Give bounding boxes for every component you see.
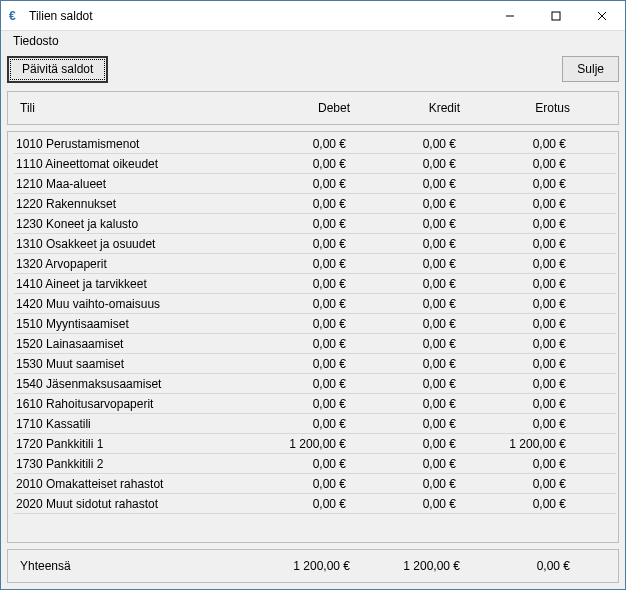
cell-account: 1410 Aineet ja tarvikkeet [14, 277, 244, 291]
cell-diff: 0,00 € [464, 397, 574, 411]
close-button[interactable] [579, 1, 625, 31]
table-row[interactable]: 1320 Arvopaperit0,00 €0,00 €0,00 € [14, 254, 616, 274]
cell-account: 1230 Koneet ja kalusto [14, 217, 244, 231]
table-row[interactable]: 1210 Maa-alueet0,00 €0,00 €0,00 € [14, 174, 616, 194]
cell-credit: 0,00 € [354, 317, 464, 331]
cell-debit: 0,00 € [244, 357, 354, 371]
cell-diff: 0,00 € [464, 257, 574, 271]
cell-diff: 0,00 € [464, 197, 574, 211]
maximize-button[interactable] [533, 1, 579, 31]
table-row[interactable]: 1530 Muut saamiset0,00 €0,00 €0,00 € [14, 354, 616, 374]
cell-debit: 0,00 € [244, 477, 354, 491]
table-row[interactable]: 2020 Muut sidotut rahastot0,00 €0,00 €0,… [14, 494, 616, 514]
cell-credit: 0,00 € [354, 157, 464, 171]
cell-diff: 0,00 € [464, 177, 574, 191]
cell-credit: 0,00 € [354, 297, 464, 311]
cell-account: 1420 Muu vaihto-omaisuus [14, 297, 244, 311]
table-row[interactable]: 1420 Muu vaihto-omaisuus0,00 €0,00 €0,00… [14, 294, 616, 314]
col-debit: Debet [248, 101, 358, 115]
cell-account: 1530 Muut saamiset [14, 357, 244, 371]
table-row[interactable]: 1220 Rakennukset0,00 €0,00 €0,00 € [14, 194, 616, 214]
table-row[interactable]: 1110 Aineettomat oikeudet0,00 €0,00 €0,0… [14, 154, 616, 174]
table-row[interactable]: 1510 Myyntisaamiset0,00 €0,00 €0,00 € [14, 314, 616, 334]
cell-diff: 0,00 € [464, 297, 574, 311]
table-row[interactable]: 1230 Koneet ja kalusto0,00 €0,00 €0,00 € [14, 214, 616, 234]
minimize-button[interactable] [487, 1, 533, 31]
cell-account: 1540 Jäsenmaksusaamiset [14, 377, 244, 391]
toolbar: Päivitä saldot Sulje [1, 51, 625, 87]
cell-debit: 1 200,00 € [244, 437, 354, 451]
table-row[interactable]: 1310 Osakkeet ja osuudet0,00 €0,00 €0,00… [14, 234, 616, 254]
cell-diff: 0,00 € [464, 377, 574, 391]
cell-debit: 0,00 € [244, 397, 354, 411]
cell-debit: 0,00 € [244, 217, 354, 231]
cell-diff: 0,00 € [464, 457, 574, 471]
close-dialog-button[interactable]: Sulje [562, 56, 619, 82]
rows-panel: 1010 Perustamismenot0,00 €0,00 €0,00 €11… [7, 131, 619, 543]
cell-debit: 0,00 € [244, 157, 354, 171]
cell-account: 1520 Lainasaamiset [14, 337, 244, 351]
table-row[interactable]: 1410 Aineet ja tarvikkeet0,00 €0,00 €0,0… [14, 274, 616, 294]
cell-debit: 0,00 € [244, 497, 354, 511]
table-row[interactable]: 1010 Perustamismenot0,00 €0,00 €0,00 € [14, 134, 616, 154]
cell-credit: 0,00 € [354, 397, 464, 411]
table-row[interactable]: 1720 Pankkitili 11 200,00 €0,00 €1 200,0… [14, 434, 616, 454]
window: € Tilien saldot Tiedosto Päivitä saldot … [0, 0, 626, 590]
cell-diff: 0,00 € [464, 237, 574, 251]
cell-debit: 0,00 € [244, 417, 354, 431]
total-debit: 1 200,00 € [248, 559, 358, 573]
cell-diff: 0,00 € [464, 337, 574, 351]
menubar: Tiedosto [1, 31, 625, 51]
window-title: Tilien saldot [29, 9, 487, 23]
cell-diff: 0,00 € [464, 137, 574, 151]
cell-account: 1110 Aineettomat oikeudet [14, 157, 244, 171]
col-credit: Kredit [358, 101, 468, 115]
total-panel: Yhteensä 1 200,00 € 1 200,00 € 0,00 € [7, 549, 619, 583]
total-credit: 1 200,00 € [358, 559, 468, 573]
cell-account: 1010 Perustamismenot [14, 137, 244, 151]
col-diff: Erotus [468, 101, 578, 115]
cell-credit: 0,00 € [354, 337, 464, 351]
cell-credit: 0,00 € [354, 497, 464, 511]
euro-icon: € [7, 8, 23, 24]
titlebar: € Tilien saldot [1, 1, 625, 31]
cell-credit: 0,00 € [354, 217, 464, 231]
table-row[interactable]: 2010 Omakatteiset rahastot0,00 €0,00 €0,… [14, 474, 616, 494]
cell-debit: 0,00 € [244, 297, 354, 311]
cell-account: 2020 Muut sidotut rahastot [14, 497, 244, 511]
cell-diff: 0,00 € [464, 417, 574, 431]
cell-account: 1720 Pankkitili 1 [14, 437, 244, 451]
menu-file[interactable]: Tiedosto [7, 33, 65, 49]
cell-credit: 0,00 € [354, 257, 464, 271]
cell-account: 1310 Osakkeet ja osuudet [14, 237, 244, 251]
cell-debit: 0,00 € [244, 177, 354, 191]
cell-account: 1710 Kassatili [14, 417, 244, 431]
cell-diff: 0,00 € [464, 217, 574, 231]
cell-debit: 0,00 € [244, 317, 354, 331]
cell-debit: 0,00 € [244, 337, 354, 351]
cell-diff: 0,00 € [464, 317, 574, 331]
cell-diff: 0,00 € [464, 277, 574, 291]
table-row[interactable]: 1710 Kassatili0,00 €0,00 €0,00 € [14, 414, 616, 434]
svg-rect-2 [552, 12, 560, 20]
col-account: Tili [18, 101, 248, 115]
cell-credit: 0,00 € [354, 177, 464, 191]
cell-diff: 0,00 € [464, 357, 574, 371]
total-label: Yhteensä [18, 559, 248, 573]
cell-debit: 0,00 € [244, 237, 354, 251]
cell-credit: 0,00 € [354, 417, 464, 431]
cell-debit: 0,00 € [244, 457, 354, 471]
cell-credit: 0,00 € [354, 457, 464, 471]
cell-diff: 0,00 € [464, 477, 574, 491]
rows-scroll[interactable]: 1010 Perustamismenot0,00 €0,00 €0,00 €11… [14, 134, 616, 540]
table-row[interactable]: 1610 Rahoitusarvopaperit0,00 €0,00 €0,00… [14, 394, 616, 414]
cell-credit: 0,00 € [354, 357, 464, 371]
cell-account: 1210 Maa-alueet [14, 177, 244, 191]
svg-text:€: € [9, 9, 16, 23]
table-row[interactable]: 1520 Lainasaamiset0,00 €0,00 €0,00 € [14, 334, 616, 354]
table-row[interactable]: 1540 Jäsenmaksusaamiset0,00 €0,00 €0,00 … [14, 374, 616, 394]
cell-credit: 0,00 € [354, 377, 464, 391]
cell-debit: 0,00 € [244, 377, 354, 391]
table-row[interactable]: 1730 Pankkitili 20,00 €0,00 €0,00 € [14, 454, 616, 474]
refresh-button[interactable]: Päivitä saldot [7, 56, 108, 83]
